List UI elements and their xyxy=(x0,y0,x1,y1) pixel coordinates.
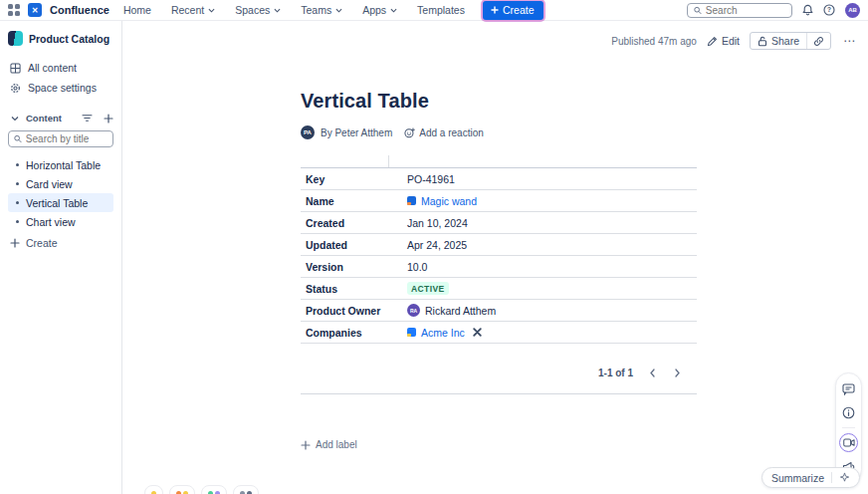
vertical-table: Key PO-41961 Name Magic wand Created Jan… xyxy=(301,155,697,344)
pagination: 1-1 of 1 xyxy=(301,367,697,379)
sidebar-item-space-settings[interactable]: Space settings xyxy=(8,78,113,98)
pagination-label: 1-1 of 1 xyxy=(598,368,633,378)
filter-icon[interactable] xyxy=(82,114,93,123)
reaction-pill[interactable] xyxy=(169,485,195,494)
author-avatar[interactable]: PA xyxy=(301,125,315,139)
notifications-button[interactable] xyxy=(802,4,813,16)
sidebar-item-all-content[interactable]: All content xyxy=(8,58,113,78)
row-label: Product Owner xyxy=(301,305,388,317)
record-video-button[interactable] xyxy=(839,433,858,452)
row-label: Key xyxy=(301,173,388,185)
nav-recent[interactable]: Recent xyxy=(163,1,223,19)
table-row: Companies Acme Inc xyxy=(301,322,697,344)
edit-button[interactable]: Edit xyxy=(707,35,740,47)
details-button[interactable] xyxy=(839,403,858,422)
user-avatar[interactable]: AB xyxy=(845,3,860,18)
gear-icon xyxy=(10,83,21,94)
page-content: Published 47m ago Edit Share ⋯ Vertical … xyxy=(122,21,868,494)
add-label-button[interactable]: Add label xyxy=(301,439,697,450)
space-sidebar: Product Catalog All content Space settin… xyxy=(0,21,122,494)
row-value: Apr 24, 2025 xyxy=(388,239,697,251)
nav-apps[interactable]: Apps xyxy=(354,1,405,19)
sidebar-page-card-view[interactable]: Card view xyxy=(8,174,113,193)
top-navigation-bar: ✕ Confluence Home Recent Spaces Teams Ap… xyxy=(0,0,868,21)
search-input[interactable] xyxy=(706,5,785,16)
sidebar-title-search[interactable] xyxy=(8,130,113,147)
reaction-pill[interactable] xyxy=(144,485,163,494)
plus-icon xyxy=(10,238,20,248)
status-badge: ACTIVE xyxy=(407,282,449,296)
prev-page-button[interactable] xyxy=(647,367,658,379)
pencil-icon xyxy=(707,36,718,47)
product-link[interactable]: Magic wand xyxy=(421,195,477,207)
remove-icon[interactable] xyxy=(473,328,482,337)
nav-spaces[interactable]: Spaces xyxy=(227,1,289,19)
nav-home[interactable]: Home xyxy=(115,1,159,19)
owner-avatar: RA xyxy=(407,304,420,317)
bell-icon xyxy=(802,4,813,16)
row-value: ACTIVE xyxy=(388,282,697,296)
nav-templates[interactable]: Templates xyxy=(409,1,473,19)
reaction-pill[interactable] xyxy=(233,485,259,494)
sidebar-page-vertical-table[interactable]: Vertical Table xyxy=(8,193,113,212)
primary-nav: Home Recent Spaces Teams Apps Templates … xyxy=(115,1,544,20)
svg-text:?: ? xyxy=(827,6,831,13)
chevron-down-icon xyxy=(335,8,342,13)
share-button[interactable]: Share xyxy=(751,33,806,49)
plus-icon xyxy=(491,6,499,14)
row-value: 10.0 xyxy=(388,261,697,273)
app-switcher-icon[interactable] xyxy=(8,4,20,16)
title-search-input[interactable] xyxy=(26,133,108,144)
info-icon xyxy=(842,406,855,419)
link-icon xyxy=(813,36,824,47)
global-search[interactable] xyxy=(687,3,792,18)
table-row: Created Jan 10, 2024 xyxy=(301,212,697,234)
row-label: Status xyxy=(301,283,388,295)
row-label: Version xyxy=(301,261,388,273)
reaction-pill[interactable] xyxy=(201,485,227,494)
author-name[interactable]: By Peter Atthem xyxy=(321,127,392,138)
grid-icon xyxy=(10,63,21,74)
content-section-header: Content xyxy=(8,112,113,124)
summarize-button[interactable]: Summarize xyxy=(761,467,860,488)
bullet-icon xyxy=(16,182,19,185)
table-header-row xyxy=(301,155,697,168)
help-button[interactable]: ? xyxy=(823,4,835,16)
nav-teams[interactable]: Teams xyxy=(293,1,350,19)
main-column: Vertical Table PA By Peter Atthem Add a … xyxy=(301,21,697,450)
row-value: Magic wand xyxy=(388,195,697,207)
bullet-icon xyxy=(16,201,19,204)
create-button[interactable]: Create xyxy=(483,1,544,20)
emoji-add-icon xyxy=(404,127,415,138)
add-reaction-button[interactable]: Add a reaction xyxy=(404,127,484,138)
sidebar-page-horizontal-table[interactable]: Horizontal Table xyxy=(8,155,113,174)
share-button-group: Share xyxy=(750,32,831,50)
divider xyxy=(831,472,832,483)
table-row: Updated Apr 24, 2025 xyxy=(301,234,697,256)
search-icon xyxy=(694,6,702,15)
column-divider xyxy=(388,155,389,167)
next-page-button[interactable] xyxy=(672,367,683,379)
bullet-icon xyxy=(16,220,19,223)
more-actions-button[interactable]: ⋯ xyxy=(841,34,858,48)
owner-name[interactable]: Rickard Atthem xyxy=(425,305,496,317)
unlock-icon xyxy=(758,36,767,47)
row-value: RA Rickard Atthem xyxy=(388,304,697,317)
sidebar-page-chart-view[interactable]: Chart view xyxy=(8,212,113,231)
table-row: Name Magic wand xyxy=(301,190,697,212)
confluence-logo-icon[interactable]: ✕ xyxy=(28,3,42,17)
row-value: PO-41961 xyxy=(388,173,697,185)
space-header[interactable]: Product Catalog xyxy=(8,31,113,46)
row-label: Name xyxy=(301,195,388,207)
collapse-chevron-icon[interactable] xyxy=(8,112,21,124)
company-link[interactable]: Acme Inc xyxy=(421,327,465,339)
comment-icon xyxy=(842,383,855,395)
copy-link-button[interactable] xyxy=(807,33,830,49)
sidebar-create-button[interactable]: Create xyxy=(8,233,113,253)
add-page-icon[interactable] xyxy=(104,114,113,124)
comments-button[interactable] xyxy=(839,379,858,398)
reaction-pills xyxy=(144,485,259,494)
chevron-left-icon xyxy=(649,369,656,377)
search-icon xyxy=(14,134,22,143)
row-label: Updated xyxy=(301,239,388,251)
